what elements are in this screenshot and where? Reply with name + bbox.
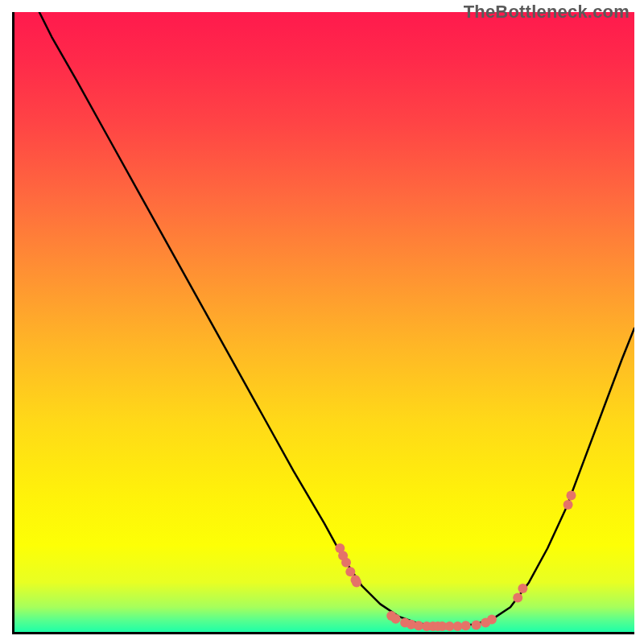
data-marker (461, 621, 471, 630)
data-marker (472, 621, 481, 630)
data-marker (345, 567, 355, 576)
data-marker (391, 614, 401, 624)
watermark-label: TheBottleneck.com (464, 2, 630, 23)
curve-svg (14, 12, 634, 632)
bottleneck-curve (39, 12, 634, 625)
chart-container: TheBottleneck.com (0, 0, 644, 644)
data-marker (487, 615, 497, 625)
data-marker (513, 593, 522, 603)
data-marker (341, 558, 351, 568)
data-marker (518, 584, 527, 593)
data-marker (567, 491, 576, 501)
data-marker (352, 577, 361, 587)
plot-area (12, 12, 634, 634)
data-marker (564, 500, 573, 510)
